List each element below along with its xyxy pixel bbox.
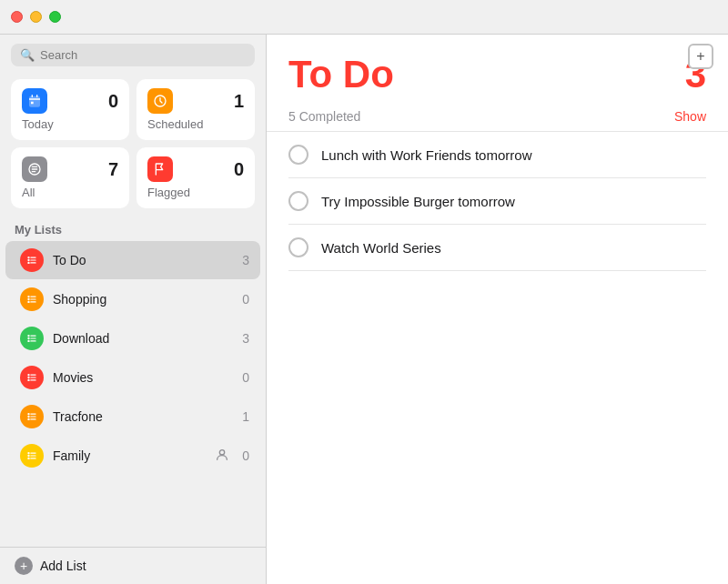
shared-icon-family <box>215 448 229 465</box>
svg-point-15 <box>27 413 29 415</box>
svg-point-8 <box>27 301 29 303</box>
sidebar-list-item-tracfone[interactable]: Tracfone1 <box>5 398 260 436</box>
all-label: All <box>22 186 118 199</box>
quick-access-grid: 0 Today 1 Scheduled 7 <box>0 76 266 216</box>
list-name-tracfone: Tracfone <box>53 409 233 424</box>
close-button[interactable] <box>11 11 23 23</box>
flagged-label: Flagged <box>147 186 244 199</box>
all-icon <box>22 156 47 182</box>
svg-point-13 <box>27 377 29 378</box>
svg-point-11 <box>27 340 29 342</box>
todo-text: Lunch with Work Friends tomorrow <box>321 147 531 163</box>
todo-item-todo-1[interactable]: Lunch with Work Friends tomorrow <box>288 132 706 178</box>
main-content: + To Do 3 5 Completed Show Lunch with Wo… <box>267 35 728 584</box>
main-title: To Do <box>288 53 394 96</box>
scheduled-label: Scheduled <box>147 117 244 131</box>
svg-point-3 <box>27 257 29 258</box>
todo-circle[interactable] <box>288 145 308 165</box>
svg-point-14 <box>27 379 29 381</box>
all-count: 7 <box>108 159 118 180</box>
quick-item-flagged[interactable]: 0 Flagged <box>136 147 255 208</box>
todo-circle[interactable] <box>288 191 308 211</box>
todo-list: Lunch with Work Friends tomorrowTry Impo… <box>267 132 728 584</box>
svg-point-7 <box>27 298 29 300</box>
completed-row: 5 Completed Show <box>267 106 728 132</box>
list-icon-todo <box>20 248 44 272</box>
svg-point-10 <box>27 337 29 339</box>
svg-point-21 <box>220 449 225 454</box>
sidebar-list-item-shopping[interactable]: Shopping0 <box>5 280 260 318</box>
search-input[interactable] <box>40 48 246 62</box>
svg-point-19 <box>27 455 29 457</box>
list-icon-shopping <box>20 287 44 311</box>
show-completed-button[interactable]: Show <box>674 109 706 124</box>
maximize-button[interactable] <box>49 11 61 23</box>
list-count-movies: 0 <box>242 370 249 385</box>
list-icon-movies <box>20 366 44 389</box>
svg-point-16 <box>27 416 29 418</box>
today-count: 0 <box>108 91 118 112</box>
todo-item-todo-3[interactable]: Watch World Series <box>288 225 706 271</box>
add-list-label: Add List <box>40 559 86 573</box>
add-todo-button[interactable]: + <box>688 44 713 69</box>
today-label: Today <box>22 117 118 131</box>
sidebar-list-item-todo[interactable]: To Do3 <box>5 241 260 279</box>
svg-point-12 <box>27 374 29 376</box>
todo-text: Try Impossible Burger tomorrow <box>321 194 515 209</box>
quick-item-today[interactable]: 0 Today <box>11 79 129 140</box>
add-list-icon: + <box>15 557 33 575</box>
list-count-shopping: 0 <box>242 292 249 307</box>
list-count-family: 0 <box>242 448 249 463</box>
list-count-tracfone: 1 <box>242 409 249 424</box>
titlebar <box>0 0 728 35</box>
search-icon: 🔍 <box>20 48 35 62</box>
traffic-lights <box>11 11 61 23</box>
sidebar-list-item-download[interactable]: Download3 <box>5 319 260 357</box>
svg-point-17 <box>27 418 29 420</box>
quick-item-all[interactable]: 7 All <box>11 147 129 208</box>
svg-point-5 <box>27 262 29 264</box>
svg-point-6 <box>27 296 29 297</box>
sidebar-list-item-movies[interactable]: Movies0 <box>5 358 260 397</box>
list-name-movies: Movies <box>53 370 233 385</box>
todo-circle[interactable] <box>288 237 308 257</box>
svg-rect-0 <box>29 96 40 107</box>
flagged-icon <box>147 156 173 182</box>
list-name-download: Download <box>53 331 233 346</box>
list-count-download: 3 <box>242 331 249 346</box>
todo-text: Watch World Series <box>321 240 441 256</box>
add-list-button[interactable]: + Add List <box>0 547 266 584</box>
scheduled-icon <box>147 88 173 114</box>
search-bar[interactable]: 🔍 <box>11 44 255 66</box>
list-count-todo: 3 <box>242 253 249 267</box>
svg-point-9 <box>27 335 29 337</box>
scheduled-count: 1 <box>234 91 244 112</box>
lists-container: To Do3 Shopping0 Download3 Movies0 Tracf… <box>0 240 266 476</box>
svg-point-20 <box>27 458 29 459</box>
list-icon-family <box>20 444 44 468</box>
list-name-shopping: Shopping <box>53 292 233 307</box>
list-icon-tracfone <box>20 405 44 428</box>
sidebar: 🔍 0 Today 1 S <box>0 35 267 584</box>
flagged-count: 0 <box>234 159 244 180</box>
todo-item-todo-2[interactable]: Try Impossible Burger tomorrow <box>288 178 706 225</box>
today-icon <box>22 88 47 114</box>
list-name-todo: To Do <box>53 253 233 267</box>
app-container: 🔍 0 Today 1 S <box>0 35 728 584</box>
completed-label: 5 Completed <box>288 109 360 124</box>
list-name-family: Family <box>53 448 206 463</box>
quick-item-scheduled[interactable]: 1 Scheduled <box>136 79 255 140</box>
my-lists-header: My Lists <box>0 216 266 240</box>
svg-point-18 <box>27 452 29 454</box>
list-icon-download <box>20 327 44 350</box>
sidebar-list-item-family[interactable]: Family0 <box>5 437 260 475</box>
minimize-button[interactable] <box>30 11 42 23</box>
main-header: To Do 3 <box>267 35 728 106</box>
svg-point-4 <box>27 259 29 261</box>
